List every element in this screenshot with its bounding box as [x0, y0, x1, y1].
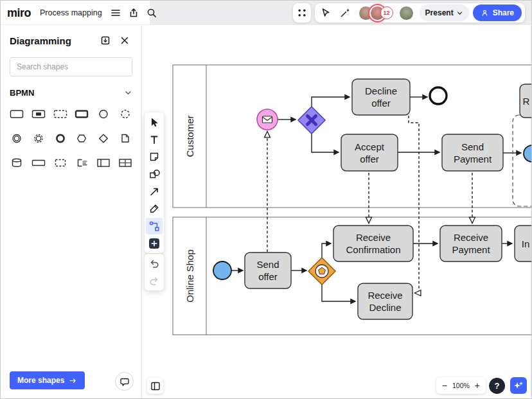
bpmn-task-send-offer[interactable]: Sendoffer	[245, 253, 291, 288]
close-icon	[119, 35, 130, 46]
bpmn-sequence-flow[interactable]	[312, 97, 350, 107]
zoom-out-button[interactable]: −	[442, 381, 447, 390]
shape-horizontal-pool[interactable]	[28, 155, 49, 170]
bpmn-task-receive-confirmation[interactable]: ReceiveConfirmation	[333, 226, 413, 262]
tool-pen[interactable]	[146, 200, 163, 217]
bpmn-task-send-payment[interactable]: SendPayment	[442, 134, 503, 171]
chat-button[interactable]	[115, 372, 134, 391]
menu-button[interactable]	[108, 5, 123, 21]
collaboration-toolbar: 12 Present Share	[293, 3, 525, 22]
shape-table[interactable]	[114, 155, 136, 170]
lane-label: Customer	[184, 115, 195, 157]
start-event-shape-icon	[96, 108, 111, 120]
bpmn-message-flow[interactable]	[409, 116, 419, 293]
tool-add-more[interactable]	[146, 235, 163, 252]
zoom-level[interactable]: 100%	[452, 382, 470, 389]
bpmn-task-receive-decline[interactable]: ReceiveDecline	[358, 283, 412, 319]
tool-sticky-note[interactable]	[146, 148, 163, 165]
bpmn-section-header[interactable]: BPMN	[1, 80, 141, 102]
shape-intermediate-event[interactable]	[6, 131, 28, 145]
avatar[interactable]	[398, 5, 414, 21]
export-icon	[128, 7, 139, 19]
follow-cursor-button[interactable]	[318, 5, 333, 21]
bpmn-task-receive-payment[interactable]: ReceivePayment	[440, 226, 502, 262]
redo-button[interactable]	[146, 272, 163, 289]
shapes-icon	[148, 168, 160, 180]
task-label: In	[522, 238, 530, 249]
tool-shapes[interactable]	[146, 166, 163, 182]
bpmn-intermediate-event[interactable]	[524, 145, 532, 162]
shape-annotation[interactable]	[71, 155, 93, 170]
add-more-icon	[148, 238, 160, 249]
bpmn-end-event[interactable]	[430, 87, 447, 104]
share-label: Share	[493, 8, 514, 17]
miro-app-window: miro Process mapping 12 Present Share	[0, 0, 532, 399]
tool-connector[interactable]	[146, 218, 163, 235]
more-shapes-button[interactable]: More shapes	[10, 371, 85, 389]
shape-data-store[interactable]	[6, 155, 28, 170]
shape-data-object[interactable]	[114, 131, 136, 145]
shape-subprocess[interactable]	[28, 107, 49, 121]
chevron-down-icon	[456, 10, 463, 17]
text-icon	[148, 134, 160, 145]
shape-end-event[interactable]	[49, 131, 71, 145]
export-button[interactable]	[126, 5, 141, 21]
board-title[interactable]: Process mapping	[40, 8, 102, 17]
bpmn-start-event[interactable]	[213, 262, 231, 279]
share-button[interactable]: Share	[473, 4, 522, 21]
apps-button[interactable]	[293, 3, 311, 22]
magic-pen-icon	[339, 7, 351, 19]
end-event-shape-icon	[53, 132, 68, 144]
assist-button[interactable]	[510, 377, 527, 394]
undo-button[interactable]	[146, 255, 163, 272]
frames-panel-button[interactable]	[147, 378, 163, 394]
panel-title: Diagramming	[10, 35, 94, 46]
help-button[interactable]: ?	[489, 378, 505, 394]
tool-arrow[interactable]	[146, 183, 163, 200]
tool-text[interactable]	[146, 131, 163, 148]
present-label: Present	[425, 8, 454, 17]
annotation-shape-icon	[74, 157, 89, 168]
search-button[interactable]	[144, 5, 159, 21]
bpmn-event-gateway[interactable]	[308, 258, 335, 285]
miro-logo[interactable]: miro	[7, 7, 31, 19]
bpmn-message-event[interactable]	[257, 109, 278, 130]
shape-group-dashed[interactable]	[49, 107, 71, 121]
shape-group-small[interactable]	[49, 155, 71, 170]
bpmn-task-accept-offer[interactable]: Acceptoffer	[341, 134, 398, 171]
bpmn-task-decline-offer[interactable]: Declineoffer	[352, 79, 410, 115]
bpmn-exclusive-gateway[interactable]	[298, 107, 325, 134]
search-shapes-input[interactable]	[10, 57, 132, 76]
board-canvas[interactable]: CustomerOnline ShopDeclineofferAcceptoff…	[142, 25, 532, 399]
tool-select[interactable]	[146, 114, 163, 130]
shape-event-non-interrupting[interactable]	[114, 107, 136, 121]
collaborator-count-badge[interactable]: 12	[380, 6, 393, 19]
shape-pool-lanes[interactable]	[93, 155, 114, 170]
share-person-icon	[481, 9, 489, 17]
shape-call-activity[interactable]	[71, 107, 93, 121]
select-icon	[148, 116, 160, 128]
present-button[interactable]: Present	[420, 4, 469, 21]
bpmn-sequence-flow[interactable]	[312, 134, 339, 152]
close-panel-button[interactable]	[117, 33, 132, 48]
zoom-in-button[interactable]: +	[475, 381, 480, 390]
bpmn-task-r[interactable]: R	[520, 84, 532, 118]
shape-hexagon[interactable]	[71, 131, 93, 145]
shape-gateway[interactable]	[93, 131, 114, 145]
history-toolbar	[145, 254, 164, 290]
magic-pen-button[interactable]	[337, 5, 353, 21]
bpmn-sequence-flow[interactable]	[322, 285, 355, 301]
shape-start-event[interactable]	[93, 107, 114, 121]
connector-icon	[148, 220, 160, 232]
bpmn-task-in[interactable]: In	[515, 226, 532, 262]
undo-icon	[148, 258, 160, 269]
lane-label: Online Shop	[184, 249, 195, 303]
collapse-panel-button[interactable]	[98, 33, 113, 48]
hexagon-shape-icon	[74, 132, 89, 144]
shape-intermediate-non-interrupting[interactable]	[28, 131, 49, 145]
bpmn-diagram: CustomerOnline ShopDeclineofferAcceptoff…	[142, 25, 532, 399]
more-shapes-label: More shapes	[17, 376, 64, 385]
shape-task[interactable]	[6, 107, 28, 121]
bpmn-sequence-flow[interactable]	[322, 244, 331, 258]
gateway-shape-icon	[96, 132, 111, 144]
